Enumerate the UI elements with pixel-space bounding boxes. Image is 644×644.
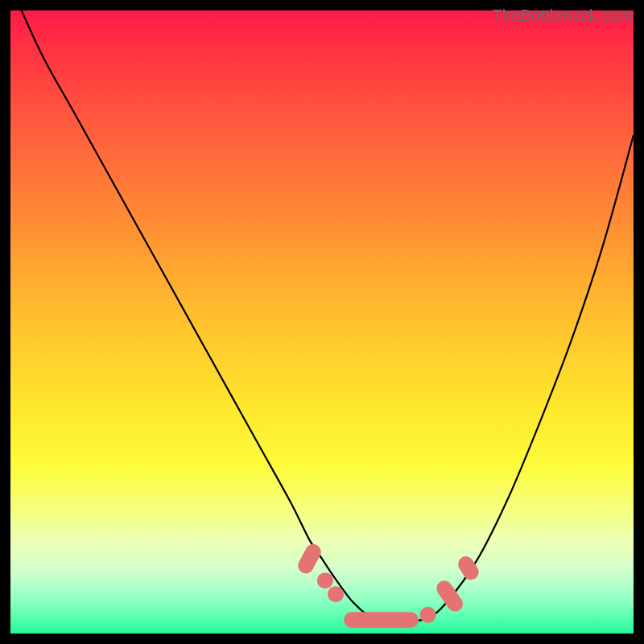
svg-rect-0: [295, 541, 324, 576]
plot-svg: [10, 10, 634, 634]
marker-capsule: [344, 612, 419, 627]
marker-dot: [420, 607, 436, 623]
bottleneck-curve-path: [10, 10, 634, 621]
markers-group: [295, 541, 481, 627]
curve-group: [10, 10, 634, 621]
watermark-text: TheBottleneck.com: [492, 6, 633, 25]
marker-capsule: [295, 541, 324, 576]
marker-dot: [317, 572, 333, 588]
svg-rect-1: [344, 612, 419, 627]
plot-frame: [10, 10, 634, 634]
marker-dot: [328, 586, 344, 602]
